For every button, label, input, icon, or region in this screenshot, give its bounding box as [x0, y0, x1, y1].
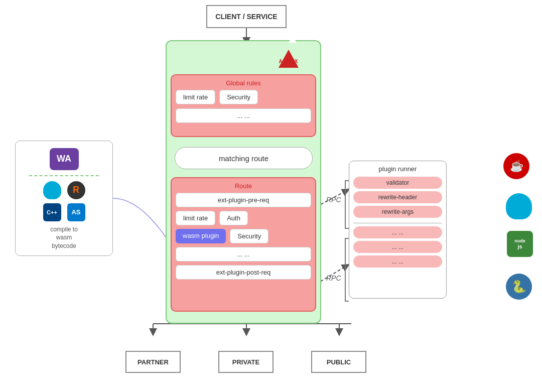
global-rules-item-security: Security — [219, 90, 258, 104]
route-auth-pill: Auth — [219, 211, 248, 225]
partner-box: PARTNER — [125, 351, 181, 373]
rpc-label-1: RPC — [326, 196, 341, 204]
route-row-more: ... ... — [176, 247, 311, 262]
global-rules-label: Global rules — [176, 79, 311, 87]
private-box: PRIVATE — [218, 351, 274, 373]
wasm-box: WA R C++ AS compile towasmbytecode — [15, 141, 113, 256]
route-inner: ext-plugin-pre-req limit rate Auth wasm … — [176, 193, 311, 280]
wa-dashed-line — [29, 175, 98, 176]
global-rules-box: Global rules limit rate Security ... ... — [171, 74, 316, 137]
python-icon: 🐍 — [506, 274, 532, 300]
node-icon: node js — [507, 231, 533, 257]
route-security-pill: Security — [230, 229, 268, 243]
route-ext-pre-req-pill: ext-plugin-pre-req — [176, 193, 311, 207]
plugin-runner-rewrite-args: rewrite-args — [353, 206, 442, 218]
as-icon: AS — [67, 203, 85, 221]
public-box: PUBLIC — [311, 351, 366, 373]
route-label: Route — [176, 182, 311, 190]
matching-route-label: matching route — [219, 154, 268, 163]
diagram: CLIENT / SERVICE APISIX Global rules lim… — [0, 0, 542, 392]
route-row-wasm-security: wasm plugin Security — [176, 229, 311, 243]
route-row-limit-auth: limit rate Auth — [176, 211, 311, 225]
plugin-runner-more-2: ... ... — [353, 241, 442, 253]
global-rules-item-more: ... ... — [176, 108, 311, 123]
apisix-logo: APISIX — [266, 44, 311, 69]
wa-icons-row-1: R — [43, 181, 85, 199]
go-gopher-icon — [43, 181, 61, 199]
plugin-runner-box: plugin runner validator rewrite-header r… — [349, 161, 447, 299]
partner-label: PARTNER — [138, 358, 169, 366]
wa-icons-row-2: C++ AS — [43, 203, 85, 221]
rpc-label-2: RPC — [326, 274, 341, 282]
plugin-runner-rewrite-header: rewrite-header — [353, 191, 442, 203]
apisix-triangle-inner-icon — [289, 36, 297, 43]
route-ext-post-req-pill: ext-plugin-post-req — [176, 265, 311, 280]
client-service-label: CLIENT / SERVICE — [215, 13, 277, 21]
plugin-runner-section-top: validator rewrite-header rewrite-args — [353, 177, 442, 218]
plugin-runner-validator: validator — [353, 177, 442, 189]
route-row-post-req: ext-plugin-post-req — [176, 265, 311, 280]
compile-text: compile towasmbytecode — [50, 225, 78, 250]
route-wasm-plugin-pill: wasm plugin — [176, 229, 226, 243]
plugin-runner-more-3: ... ... — [353, 255, 442, 268]
global-rules-item-limit-rate: limit rate — [176, 90, 215, 104]
route-row-pre-req: ext-plugin-pre-req — [176, 193, 311, 207]
go-icon-right — [506, 193, 532, 219]
public-label: PUBLIC — [327, 358, 351, 366]
global-rules-items: limit rate Security ... ... — [176, 90, 311, 123]
java-icon: ☕ — [503, 153, 529, 179]
private-label: PRIVATE — [232, 358, 259, 366]
rust-icon: R — [67, 181, 85, 199]
plugin-runner-divider — [353, 223, 442, 223]
route-limit-rate-pill: limit rate — [176, 211, 215, 225]
route-box: Route ext-plugin-pre-req limit rate Auth… — [171, 177, 316, 312]
route-more-pill: ... ... — [176, 247, 311, 262]
plugin-runner-more-1: ... ... — [353, 226, 442, 238]
plugin-runner-label: plugin runner — [353, 165, 442, 173]
wa-badge: WA — [50, 148, 79, 170]
client-service-box: CLIENT / SERVICE — [206, 5, 287, 28]
cpp-icon: C++ — [43, 203, 61, 221]
plugin-runner-section-bottom: ... ... ... ... ... ... — [353, 226, 442, 268]
apisix-text-label: APISIX — [279, 59, 299, 64]
matching-route-box: matching route — [175, 147, 313, 169]
